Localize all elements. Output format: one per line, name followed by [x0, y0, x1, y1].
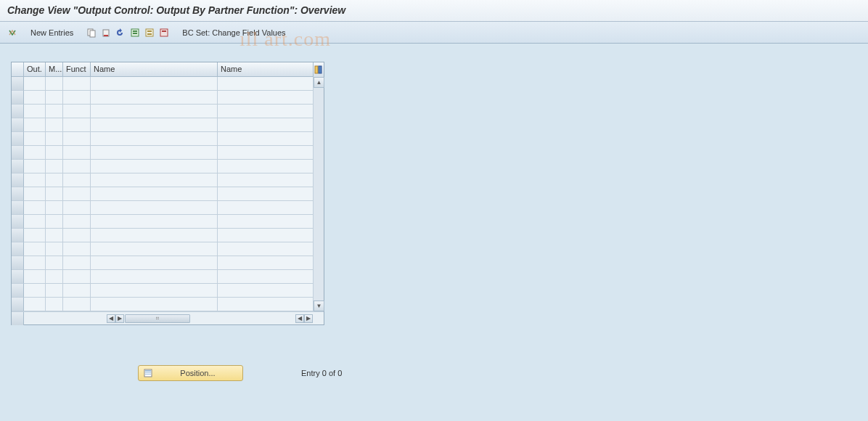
cell[interactable] [91, 173, 218, 187]
cell[interactable] [218, 229, 313, 242]
cell[interactable] [91, 77, 218, 91]
cell[interactable] [63, 77, 91, 91]
cell[interactable] [46, 270, 63, 284]
cell[interactable] [46, 187, 63, 201]
scroll-track[interactable] [314, 88, 324, 301]
cell[interactable] [46, 298, 63, 311]
cell[interactable] [63, 118, 91, 132]
row-selector[interactable] [12, 298, 24, 311]
cell[interactable] [91, 187, 218, 201]
cell[interactable] [218, 187, 313, 201]
cell[interactable] [24, 160, 46, 173]
scroll-up-icon[interactable]: ▲ [314, 77, 324, 88]
cell[interactable] [24, 229, 46, 242]
row-selector[interactable] [12, 256, 24, 270]
cell[interactable] [24, 118, 46, 132]
cell[interactable] [24, 256, 46, 270]
cell[interactable] [63, 146, 91, 160]
cell[interactable] [24, 215, 46, 229]
cell[interactable] [91, 201, 218, 215]
cell[interactable] [63, 256, 91, 270]
row-selector[interactable] [12, 118, 24, 132]
row-selector[interactable] [12, 229, 24, 242]
cell[interactable] [46, 256, 63, 270]
cell[interactable] [46, 146, 63, 160]
cell[interactable] [46, 105, 63, 118]
cell[interactable] [63, 284, 91, 298]
cell[interactable] [63, 270, 91, 284]
cell[interactable] [91, 229, 218, 242]
cell[interactable] [91, 160, 218, 173]
scroll-left-icon[interactable]: ◀ [107, 314, 115, 323]
cell[interactable] [63, 215, 91, 229]
cell[interactable] [63, 242, 91, 256]
cell[interactable] [46, 118, 63, 132]
cell[interactable] [91, 91, 218, 105]
grid-config-icon[interactable] [313, 62, 324, 77]
cell[interactable] [63, 105, 91, 118]
cell[interactable] [63, 132, 91, 146]
cell[interactable] [218, 298, 313, 311]
row-selector[interactable] [12, 242, 24, 256]
vertical-scrollbar[interactable]: ▲ ▼ [313, 77, 324, 311]
horizontal-scrollbar-1[interactable]: ◀ ▶ ⠶ [107, 314, 191, 323]
grid-header-name1[interactable]: Name [91, 62, 218, 76]
toggle-icon[interactable] [6, 26, 19, 39]
cell[interactable] [91, 215, 218, 229]
cell[interactable] [218, 270, 313, 284]
cell[interactable] [24, 298, 46, 311]
cell[interactable] [46, 132, 63, 146]
select-all-icon[interactable] [128, 26, 142, 39]
deselect-all-icon[interactable] [157, 26, 171, 39]
cell[interactable] [218, 215, 313, 229]
footer-selector[interactable] [12, 312, 24, 325]
cell[interactable] [91, 270, 218, 284]
cell[interactable] [24, 132, 46, 146]
bc-set-button[interactable]: BC Set: Change Field Values [182, 28, 285, 37]
cell[interactable] [46, 229, 63, 242]
grid-header-out[interactable]: Out. [24, 62, 46, 76]
cell[interactable] [24, 201, 46, 215]
cell[interactable] [91, 284, 218, 298]
undo-icon[interactable] [114, 26, 127, 39]
new-entries-button[interactable]: New Entries [30, 28, 73, 37]
cell[interactable] [46, 91, 63, 105]
row-selector[interactable] [12, 215, 24, 229]
cell[interactable] [24, 242, 46, 256]
cell[interactable] [218, 242, 313, 256]
row-selector[interactable] [12, 173, 24, 187]
cell[interactable] [24, 270, 46, 284]
cell[interactable] [46, 173, 63, 187]
cell[interactable] [24, 105, 46, 118]
cell[interactable] [46, 160, 63, 173]
cell[interactable] [46, 215, 63, 229]
horizontal-scrollbar-2[interactable]: ◀ ▶ [295, 314, 313, 323]
cell[interactable] [24, 146, 46, 160]
cell[interactable] [24, 187, 46, 201]
cell[interactable] [24, 284, 46, 298]
cell[interactable] [218, 160, 313, 173]
cell[interactable] [91, 242, 218, 256]
cell[interactable] [63, 298, 91, 311]
cell[interactable] [218, 146, 313, 160]
cell[interactable] [91, 105, 218, 118]
delete-icon[interactable] [99, 26, 112, 39]
row-selector[interactable] [12, 160, 24, 173]
cell[interactable] [46, 201, 63, 215]
row-selector[interactable] [12, 91, 24, 105]
cell[interactable] [218, 201, 313, 215]
cell[interactable] [24, 77, 46, 91]
grid-header-selector[interactable] [12, 62, 24, 76]
cell[interactable] [218, 173, 313, 187]
cell[interactable] [63, 91, 91, 105]
scroll-right-icon[interactable]: ▶ [304, 314, 313, 323]
cell[interactable] [218, 256, 313, 270]
copy-icon[interactable] [85, 26, 98, 39]
scroll-down-icon[interactable]: ▼ [314, 301, 324, 311]
cell[interactable] [63, 160, 91, 173]
cell[interactable] [218, 118, 313, 132]
cell[interactable] [63, 229, 91, 242]
select-block-icon[interactable] [143, 26, 156, 39]
row-selector[interactable] [12, 77, 24, 91]
row-selector[interactable] [12, 284, 24, 298]
